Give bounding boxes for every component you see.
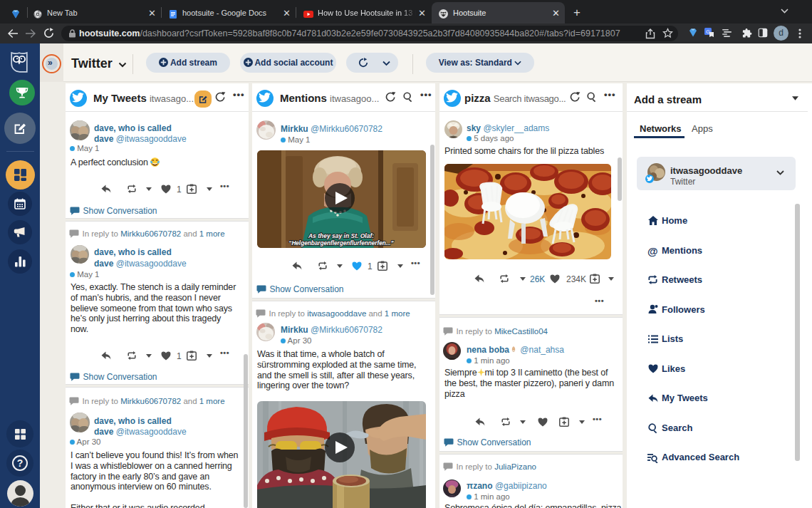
svg-text:As they say in St. Olaf:: As they say in St. Olaf:: [308, 232, 374, 239]
svg-text:“Helgenbargenflergenflurfenner: “Helgenbargenflergenflurfennerfen...”: [288, 240, 394, 247]
svg-text:G: G: [706, 29, 709, 34]
